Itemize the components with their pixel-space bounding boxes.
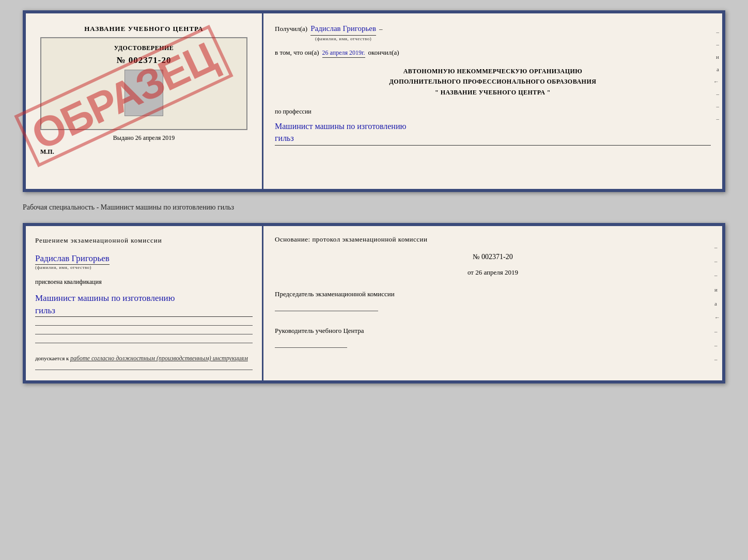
cert-inner-title: УДОСТОВЕРЕНИЕ	[46, 44, 241, 52]
profession-label: по профессии	[275, 108, 711, 116]
допуск-block: допускается к работе согласно должностны…	[35, 355, 253, 362]
profession-value: Машинист машины по изготовлению	[275, 121, 711, 132]
protocol-number: № 002371-20	[275, 253, 711, 261]
finished-label: окончил(а)	[368, 47, 399, 58]
top-doc-left: НАЗВАНИЕ УЧЕБНОГО ЦЕНТРА ОБРАЗЕЦ УДОСТОВ…	[26, 13, 263, 189]
допуск-prefix: допускается к	[35, 355, 69, 361]
profession-value2: гильз	[275, 133, 711, 146]
qual-value2: гильз	[35, 305, 253, 317]
decision-title: Решением экзаменационной комиссии	[35, 235, 253, 246]
head-label: Руководитель учебного Центра	[275, 327, 711, 335]
issued-label: Выдано	[113, 134, 134, 141]
qualification-label: присвоена квалификация	[35, 278, 253, 286]
bottom-doc-left: Решением экзаменационной комиссии Радисл…	[26, 226, 263, 380]
bottom-fio: Радислав Григорьев	[35, 253, 110, 265]
bottom-fio-block: Радислав Григорьев (фамилия, имя, отчест…	[35, 253, 253, 270]
org-line3: " НАЗВАНИЕ УЧЕБНОГО ЦЕНТРА "	[275, 87, 711, 98]
divider2	[35, 334, 253, 334]
completion-date: 26 апреля 2019г.	[322, 48, 365, 58]
in-that-prefix: в том, что он(а)	[275, 47, 319, 58]
divider3	[35, 343, 253, 343]
cert-issued: Выдано 26 апреля 2019	[35, 134, 253, 142]
top-document: НАЗВАНИЕ УЧЕБНОГО ЦЕНТРА ОБРАЗЕЦ УДОСТОВ…	[23, 10, 725, 192]
org-block: АВТОНОМНУЮ НЕКОММЕРЧЕСКУЮ ОРГАНИЗАЦИЮ ДО…	[275, 66, 711, 98]
допуск-value: работе согласно должностным (производств…	[70, 355, 248, 362]
chairman-sig-line	[275, 311, 378, 311]
cert-number: № 002371-20	[46, 55, 241, 66]
number-value: 002371-20	[481, 253, 513, 261]
bottom-document: Решением экзаменационной комиссии Радисл…	[23, 223, 725, 383]
chairman-label: Председатель экзаменационной комиссии	[275, 290, 711, 298]
qual-value: Машинист машины по изготовлению	[35, 292, 253, 305]
number-label: №	[473, 253, 479, 261]
date-row: в том, что он(а) 26 апреля 2019г. окончи…	[275, 47, 711, 58]
top-fio-sub: (фамилия, имя, отчество)	[315, 36, 371, 43]
top-doc-right: Получил(а) Радислав Григорьев (фамилия, …	[263, 13, 722, 189]
date-value: 26 апреля 2019	[475, 268, 518, 276]
cert-inner-box: УДОСТОВЕРЕНИЕ № 002371-20	[40, 37, 247, 130]
issued-date: 26 апреля 2019	[135, 134, 175, 141]
bottom-right-marks: – – – и а ← – – –	[714, 236, 720, 370]
qualification-value-block: Машинист машины по изготовлению гильз	[35, 292, 253, 317]
right-marks: – – и а ← – – –	[713, 29, 719, 122]
mp-label: М.П.	[35, 148, 253, 156]
top-left-title: НАЗВАНИЕ УЧЕБНОГО ЦЕНТРА	[35, 25, 253, 33]
profession-value-block: Машинист машины по изготовлению гильз	[275, 121, 711, 146]
basis-label: Основание: протокол экзаменационной коми…	[275, 235, 711, 244]
divider1	[35, 325, 253, 326]
received-row: Получил(а) Радислав Григорьев (фамилия, …	[275, 23, 711, 42]
protocol-date: от 26 апреля 2019	[275, 268, 711, 277]
date-prefix: от	[467, 268, 474, 276]
cert-photo	[124, 70, 163, 116]
top-fio: Радислав Григорьев	[310, 23, 376, 36]
head-sig-line	[275, 347, 347, 348]
bottom-fio-sub: (фамилия, имя, отчество)	[35, 265, 91, 270]
received-prefix: Получил(а)	[275, 24, 307, 34]
bottom-doc-right: Основание: протокол экзаменационной коми…	[263, 226, 722, 380]
divider4	[35, 370, 253, 370]
org-line2: ДОПОЛНИТЕЛЬНОГО ПРОФЕССИОНАЛЬНОГО ОБРАЗО…	[275, 76, 711, 87]
specialty-label: Рабочая специальность - Машинист машины …	[23, 201, 725, 214]
org-line1: АВТОНОМНУЮ НЕКОММЕРЧЕСКУЮ ОРГАНИЗАЦИЮ	[275, 66, 711, 76]
